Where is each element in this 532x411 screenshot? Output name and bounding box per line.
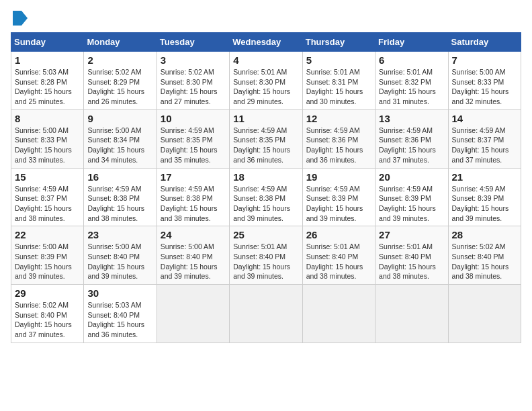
calendar-day-cell: 2Sunrise: 5:02 AMSunset: 8:29 PMDaylight… (84, 52, 157, 110)
calendar-day-cell: 13Sunrise: 4:59 AMSunset: 8:36 PMDayligh… (375, 109, 448, 168)
calendar-day-cell (448, 285, 521, 343)
calendar-day-cell: 14Sunrise: 4:59 AMSunset: 8:37 PMDayligh… (448, 109, 521, 168)
weekday-header: Friday (375, 33, 448, 52)
weekday-header: Monday (84, 33, 157, 52)
weekday-header-row: SundayMondayTuesdayWednesdayThursdayFrid… (11, 33, 521, 52)
weekday-header: Saturday (448, 33, 521, 52)
calendar-day-cell: 17Sunrise: 4:59 AMSunset: 8:38 PMDayligh… (157, 168, 229, 226)
day-info: Sunrise: 5:01 AMSunset: 8:40 PMDaylight:… (233, 242, 290, 280)
day-info: Sunrise: 5:02 AMSunset: 8:29 PMDaylight:… (87, 68, 144, 105)
day-number: 26 (306, 229, 371, 240)
day-info: Sunrise: 4:59 AMSunset: 8:35 PMDaylight:… (233, 126, 290, 164)
calendar-day-cell: 24Sunrise: 5:00 AMSunset: 8:40 PMDayligh… (157, 226, 229, 285)
day-number: 7 (452, 54, 517, 66)
calendar-day-cell: 10Sunrise: 4:59 AMSunset: 8:35 PMDayligh… (157, 109, 229, 168)
calendar-week-row: 22Sunrise: 5:00 AMSunset: 8:39 PMDayligh… (11, 226, 521, 285)
day-number: 13 (379, 113, 444, 124)
day-info: Sunrise: 5:00 AMSunset: 8:39 PMDaylight:… (15, 242, 72, 280)
calendar-day-cell: 19Sunrise: 4:59 AMSunset: 8:39 PMDayligh… (302, 168, 375, 226)
day-info: Sunrise: 4:59 AMSunset: 8:36 PMDaylight:… (306, 126, 363, 164)
day-number: 23 (87, 229, 152, 240)
calendar-day-cell (230, 285, 302, 343)
day-number: 11 (233, 113, 298, 124)
weekday-header: Sunday (11, 33, 84, 52)
calendar-day-cell: 25Sunrise: 5:01 AMSunset: 8:40 PMDayligh… (230, 226, 302, 285)
calendar-day-cell: 18Sunrise: 4:59 AMSunset: 8:38 PMDayligh… (230, 168, 302, 226)
calendar-day-cell: 30Sunrise: 5:03 AMSunset: 8:40 PMDayligh… (84, 285, 157, 343)
day-info: Sunrise: 5:01 AMSunset: 8:31 PMDaylight:… (306, 68, 363, 105)
logo (11, 11, 28, 26)
day-number: 15 (15, 171, 80, 183)
day-number: 10 (161, 113, 226, 124)
calendar-week-row: 15Sunrise: 4:59 AMSunset: 8:37 PMDayligh… (11, 168, 521, 226)
calendar-day-cell: 1Sunrise: 5:03 AMSunset: 8:28 PMDaylight… (11, 52, 84, 110)
day-info: Sunrise: 5:01 AMSunset: 8:32 PMDaylight:… (379, 68, 436, 105)
day-number: 28 (452, 229, 517, 240)
calendar-day-cell: 26Sunrise: 5:01 AMSunset: 8:40 PMDayligh… (302, 226, 375, 285)
day-info: Sunrise: 5:01 AMSunset: 8:40 PMDaylight:… (379, 242, 436, 280)
day-number: 20 (379, 171, 444, 183)
day-number: 14 (452, 113, 517, 124)
day-info: Sunrise: 4:59 AMSunset: 8:37 PMDaylight:… (15, 185, 72, 222)
calendar-week-row: 8Sunrise: 5:00 AMSunset: 8:33 PMDaylight… (11, 109, 521, 168)
calendar-day-cell: 12Sunrise: 4:59 AMSunset: 8:36 PMDayligh… (302, 109, 375, 168)
calendar-day-cell: 27Sunrise: 5:01 AMSunset: 8:40 PMDayligh… (375, 226, 448, 285)
calendar-day-cell: 7Sunrise: 5:00 AMSunset: 8:33 PMDaylight… (448, 52, 521, 110)
svg-marker-0 (13, 11, 28, 26)
day-number: 19 (306, 171, 371, 183)
day-info: Sunrise: 4:59 AMSunset: 8:39 PMDaylight:… (379, 185, 436, 222)
day-number: 2 (87, 54, 152, 66)
logo-icon (13, 11, 28, 26)
calendar-day-cell: 4Sunrise: 5:01 AMSunset: 8:30 PMDaylight… (230, 52, 302, 110)
weekday-header: Thursday (302, 33, 375, 52)
day-info: Sunrise: 4:59 AMSunset: 8:36 PMDaylight:… (379, 126, 436, 164)
day-number: 22 (15, 229, 80, 240)
calendar-day-cell: 5Sunrise: 5:01 AMSunset: 8:31 PMDaylight… (302, 52, 375, 110)
day-info: Sunrise: 5:02 AMSunset: 8:40 PMDaylight:… (452, 242, 509, 280)
day-info: Sunrise: 5:03 AMSunset: 8:40 PMDaylight:… (87, 301, 144, 338)
day-info: Sunrise: 4:59 AMSunset: 8:39 PMDaylight:… (306, 185, 363, 222)
day-number: 1 (15, 54, 80, 66)
calendar-day-cell (302, 285, 375, 343)
calendar-day-cell: 6Sunrise: 5:01 AMSunset: 8:32 PMDaylight… (375, 52, 448, 110)
calendar-week-row: 1Sunrise: 5:03 AMSunset: 8:28 PMDaylight… (11, 52, 521, 110)
calendar-day-cell: 11Sunrise: 4:59 AMSunset: 8:35 PMDayligh… (230, 109, 302, 168)
calendar-day-cell: 3Sunrise: 5:02 AMSunset: 8:30 PMDaylight… (157, 52, 229, 110)
calendar-day-cell: 9Sunrise: 5:00 AMSunset: 8:34 PMDaylight… (84, 109, 157, 168)
day-info: Sunrise: 5:00 AMSunset: 8:33 PMDaylight:… (15, 126, 72, 164)
calendar-day-cell (157, 285, 229, 343)
day-number: 25 (233, 229, 298, 240)
day-number: 6 (379, 54, 444, 66)
calendar-day-cell: 21Sunrise: 4:59 AMSunset: 8:39 PMDayligh… (448, 168, 521, 226)
day-number: 17 (161, 171, 226, 183)
day-number: 12 (306, 113, 371, 124)
calendar-day-cell: 8Sunrise: 5:00 AMSunset: 8:33 PMDaylight… (11, 109, 84, 168)
day-number: 21 (452, 171, 517, 183)
day-number: 16 (87, 171, 152, 183)
day-number: 4 (233, 54, 298, 66)
page-header (11, 11, 521, 26)
calendar-day-cell: 23Sunrise: 5:00 AMSunset: 8:40 PMDayligh… (84, 226, 157, 285)
day-number: 29 (15, 287, 80, 299)
calendar-day-cell: 20Sunrise: 4:59 AMSunset: 8:39 PMDayligh… (375, 168, 448, 226)
calendar-table: SundayMondayTuesdayWednesdayThursdayFrid… (11, 32, 521, 343)
calendar-day-cell: 15Sunrise: 4:59 AMSunset: 8:37 PMDayligh… (11, 168, 84, 226)
calendar-day-cell: 29Sunrise: 5:02 AMSunset: 8:40 PMDayligh… (11, 285, 84, 343)
day-info: Sunrise: 5:02 AMSunset: 8:40 PMDaylight:… (15, 301, 72, 338)
day-info: Sunrise: 5:01 AMSunset: 8:40 PMDaylight:… (306, 242, 363, 280)
day-info: Sunrise: 5:00 AMSunset: 8:40 PMDaylight:… (161, 242, 218, 280)
calendar-day-cell (375, 285, 448, 343)
calendar-day-cell: 28Sunrise: 5:02 AMSunset: 8:40 PMDayligh… (448, 226, 521, 285)
day-info: Sunrise: 5:00 AMSunset: 8:33 PMDaylight:… (452, 68, 509, 105)
weekday-header: Tuesday (157, 33, 229, 52)
day-number: 3 (161, 54, 226, 66)
day-info: Sunrise: 4:59 AMSunset: 8:38 PMDaylight:… (233, 185, 290, 222)
calendar-day-cell: 22Sunrise: 5:00 AMSunset: 8:39 PMDayligh… (11, 226, 84, 285)
day-info: Sunrise: 5:02 AMSunset: 8:30 PMDaylight:… (161, 68, 218, 105)
day-number: 27 (379, 229, 444, 240)
day-number: 9 (87, 113, 152, 124)
day-info: Sunrise: 4:59 AMSunset: 8:38 PMDaylight:… (161, 185, 218, 222)
day-number: 5 (306, 54, 371, 66)
day-info: Sunrise: 4:59 AMSunset: 8:39 PMDaylight:… (452, 185, 509, 222)
weekday-header: Wednesday (230, 33, 302, 52)
